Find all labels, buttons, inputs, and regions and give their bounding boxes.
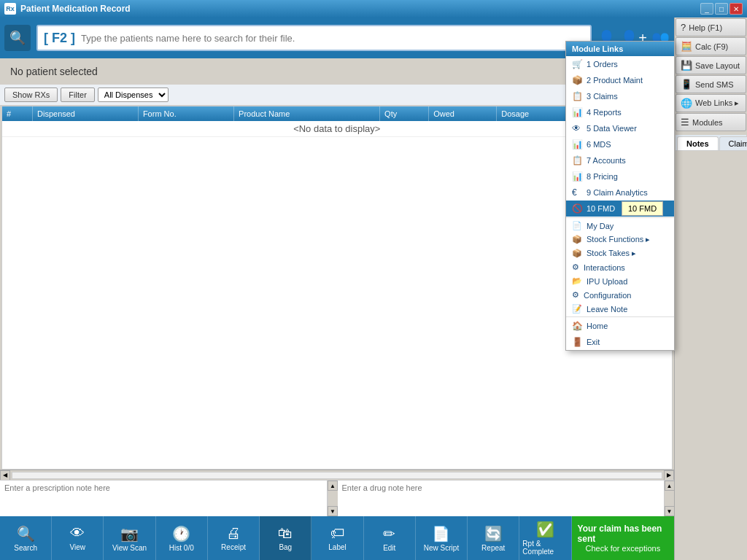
filter-button[interactable]: Filter <box>61 88 94 102</box>
my-day-item[interactable]: 📄 My Day <box>566 219 674 233</box>
notes-claim-tabs: Notes Claim <box>676 135 746 151</box>
receipt-button[interactable]: 🖨 Receipt <box>208 516 260 560</box>
help-button[interactable]: ? Help (F1) <box>676 18 746 36</box>
leave-note-icon: 📝 <box>572 304 582 314</box>
module-item-mds[interactable]: 📊 6 MDS <box>566 136 674 152</box>
module-item-reports[interactable]: 📊 4 Reports <box>566 104 674 120</box>
hist-button[interactable]: 🕐 Hist 0/0 <box>156 516 208 560</box>
col-form-no: Form No. <box>138 106 233 121</box>
search-bottom-button[interactable]: 🔍 Search <box>0 516 52 560</box>
module-item-pricing[interactable]: 📊 8 Pricing <box>566 168 674 184</box>
claim-notification[interactable]: Your claim has been sent Check for excep… <box>572 516 674 560</box>
claim-tab[interactable]: Claim <box>719 136 747 150</box>
pricing-icon: 📊 <box>572 171 582 182</box>
search-icon: 🔍 <box>4 25 31 51</box>
restore-button[interactable]: □ <box>715 3 728 15</box>
home-item[interactable]: 🏠 Home <box>566 318 674 334</box>
stock-functions-item[interactable]: 📦 Stock Functions ▸ <box>566 233 674 246</box>
claims-icon: 📋 <box>572 91 582 101</box>
module-item-accounts[interactable]: 📋 7 Accounts <box>566 152 674 168</box>
repeat-icon: 🔄 <box>484 525 503 542</box>
show-rxs-button[interactable]: Show RXs <box>4 88 58 102</box>
bag-icon: 🛍 <box>278 525 293 542</box>
note-inputs-area: ▲ ▼ ▲ ▼ <box>0 480 674 516</box>
title-bar: Rx Patient Medication Record _ □ ✕ <box>0 0 747 18</box>
edit-button[interactable]: ✏ Edit <box>364 516 416 560</box>
patient-search-box[interactable]: [ F2 ] <box>36 25 592 51</box>
module-item-orders[interactable]: 🛒 1 Orders <box>566 56 674 72</box>
exit-item[interactable]: 🚪 Exit <box>566 334 674 350</box>
fmd-icon: 🚫 <box>572 203 582 214</box>
claim-text-line1: Your claim has been sent <box>578 524 668 544</box>
scroll-track[interactable] <box>12 472 662 479</box>
prescription-scroll-up[interactable]: ▲ <box>328 481 338 491</box>
claim-text-line2: Check for exceptions <box>585 544 660 553</box>
hist-icon: 🕐 <box>172 525 190 542</box>
app-icon: Rx <box>4 3 16 15</box>
prescription-scroll-down[interactable]: ▼ <box>328 506 338 516</box>
prescription-scroll[interactable]: ▲ ▼ <box>328 481 338 516</box>
edit-icon: ✏ <box>383 525 395 542</box>
prescription-note-box <box>0 481 328 516</box>
accounts-icon: 📋 <box>572 155 582 166</box>
stock-takes-item[interactable]: 📦 Stock Takes ▸ <box>566 246 674 260</box>
view-button[interactable]: 👁 View <box>52 516 104 560</box>
reports-icon: 📊 <box>572 107 582 117</box>
drug-scroll-down[interactable]: ▼ <box>665 506 675 516</box>
search-bottom-icon: 🔍 <box>17 525 35 542</box>
window-controls[interactable]: _ □ ✕ <box>700 3 743 15</box>
drug-note-input[interactable] <box>338 481 665 516</box>
save-layout-button[interactable]: 💾 Save Layout <box>676 56 746 74</box>
bag-button[interactable]: 🛍 Bag <box>260 516 311 560</box>
close-button[interactable]: ✕ <box>729 3 743 15</box>
interactions-item[interactable]: ⚙ Interactions <box>566 260 674 274</box>
orders-icon: 🛒 <box>572 59 582 69</box>
exit-icon: 🚪 <box>572 337 582 347</box>
module-item-data-viewer[interactable]: 👁 5 Data Viewer <box>566 120 674 136</box>
ipu-upload-icon: 📂 <box>572 276 582 286</box>
rpt-complete-button[interactable]: ✅ Rpt & Complete <box>519 516 571 560</box>
drug-scroll-up[interactable]: ▲ <box>665 481 675 491</box>
module-item-product-maint[interactable]: 📦 2 Product Maint <box>566 72 674 88</box>
col-dispensed: Dispensed <box>33 106 139 121</box>
repeat-button[interactable]: 🔄 Repeat <box>468 516 519 560</box>
stock-functions-icon: 📦 <box>572 235 582 244</box>
web-links-button[interactable]: 🌐 Web Links ▸ <box>676 94 746 112</box>
scroll-left-arrow[interactable]: ◀ <box>0 470 10 481</box>
interactions-icon: ⚙ <box>572 262 579 272</box>
col-number: # <box>2 106 33 121</box>
minimize-button[interactable]: _ <box>700 3 713 15</box>
horizontal-scrollbar[interactable]: ◀ ▶ <box>0 470 674 480</box>
modules-button[interactable]: ☰ Modules <box>676 113 746 131</box>
view-scan-button[interactable]: 📷 View Scan <box>104 516 155 560</box>
scroll-right-arrow[interactable]: ▶ <box>664 470 674 481</box>
leave-note-item[interactable]: 📝 Leave Note <box>566 302 674 316</box>
send-sms-button[interactable]: 📱 Send SMS <box>676 75 746 93</box>
send-sms-icon: 📱 <box>681 79 692 90</box>
drug-note-box <box>338 481 665 516</box>
product-maint-icon: 📦 <box>572 75 582 85</box>
notes-tab[interactable]: Notes <box>677 136 719 150</box>
patient-search-input[interactable] <box>81 33 584 44</box>
fmd-tooltip: 10 FMD <box>622 201 663 216</box>
configuration-item[interactable]: ⚙ Configuration <box>566 288 674 302</box>
prescription-note-input[interactable] <box>0 481 327 516</box>
calc-button[interactable]: 🧮 Calc (F9) <box>676 37 746 55</box>
module-divider <box>566 217 674 218</box>
ipu-upload-item[interactable]: 📂 IPU Upload <box>566 274 674 288</box>
drug-scroll[interactable]: ▲ ▼ <box>664 481 674 516</box>
module-links-header: Module Links <box>566 42 674 56</box>
filter-select[interactable]: All Dispenses <box>98 88 169 102</box>
stock-takes-icon: 📦 <box>572 249 582 258</box>
module-item-claim-analytics[interactable]: € 9 Claim Analytics <box>566 184 674 201</box>
bottom-toolbar: 🔍 Search 👁 View 📷 View Scan 🕐 Hist 0/0 🖨 <box>0 516 674 560</box>
view-icon: 👁 <box>70 525 85 542</box>
label-icon: 🏷 <box>330 525 345 542</box>
label-button[interactable]: 🏷 Label <box>311 516 363 560</box>
module-item-claims[interactable]: 📋 3 Claims <box>566 88 674 104</box>
help-icon: ? <box>681 22 686 33</box>
modules-icon: ☰ <box>681 117 689 128</box>
new-script-button[interactable]: 📄 New Script <box>416 516 468 560</box>
home-icon: 🏠 <box>572 321 582 331</box>
title-bar-title: Patient Medication Record <box>20 4 131 14</box>
